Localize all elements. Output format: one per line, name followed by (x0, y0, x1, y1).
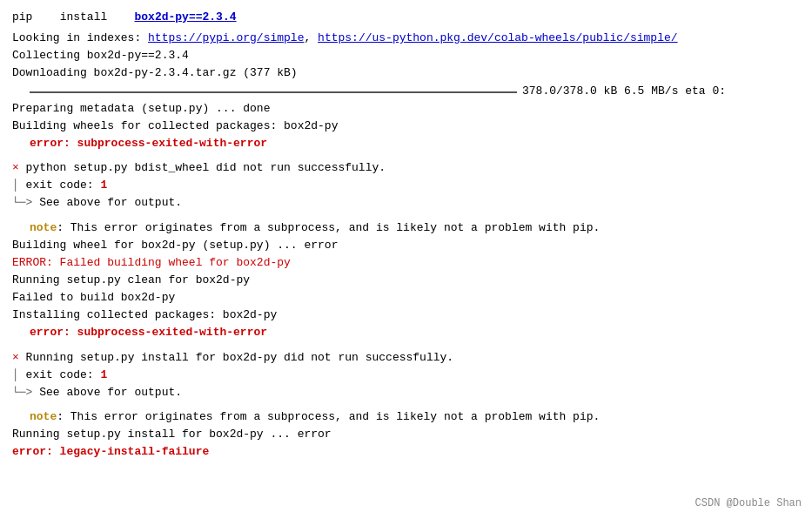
failed-build-line: Failed to build box2d-py (12, 289, 800, 307)
link-colab[interactable]: https://us-python.pkg.dev/colab-wheels/p… (318, 31, 677, 44)
install-label: install (60, 10, 108, 24)
arrow1-line: └─> See above for output. (12, 194, 800, 212)
terminal-output: pip install box2d-py==2.3.4 Looking in i… (0, 0, 812, 519)
preparing-line: Preparing metadata (setup.py) ... done (12, 100, 800, 118)
installing-line: Installing collected packages: box2d-py (12, 307, 800, 324)
downloading-line: Downloading box2d-py-2.3.4.tar.gz (377 k… (12, 64, 800, 82)
arrow2-line: └─> See above for output. (12, 384, 800, 401)
note1-line: note: This error originates from a subpr… (30, 219, 800, 237)
error-legacy-line: error: legacy-install-failure (12, 443, 800, 461)
error2-line: error: subprocess-exited-with-error (30, 324, 800, 341)
watermark: CSDN @Double Shan (695, 495, 802, 512)
progress-bar-line: 378.0/378.0 kB 6.5 MB/s eta 0: (30, 83, 800, 100)
building-wheel-line: Building wheel for box2d-py (setup.py) .… (12, 237, 800, 254)
pip-label: pip (12, 10, 32, 24)
exit2-line: │ exit code: 1 (12, 367, 800, 384)
progress-info: 378.0/378.0 kB 6.5 MB/s eta 0: (522, 83, 726, 100)
x1-line: × python setup.py bdist_wheel did not ru… (12, 159, 800, 177)
exit1-line: │ exit code: 1 (12, 177, 800, 194)
running-install-line: Running setup.py install for box2d-py ..… (12, 426, 800, 443)
progress-bar (30, 91, 517, 93)
error-failed-line: ERROR: Failed building wheel for box2d-p… (12, 254, 800, 272)
running-clean-line: Running setup.py clean for box2d-py (12, 272, 800, 289)
x2-line: × Running setup.py install for box2d-py … (12, 349, 800, 367)
building-wheels-line: Building wheels for collected packages: … (12, 118, 800, 135)
command-line: pip install box2d-py==2.3.4 (12, 9, 800, 26)
collecting-line: Collecting box2d-py==2.3.4 (12, 47, 800, 64)
note2-line: note: This error originates from a subpr… (30, 408, 800, 426)
package-name: box2d-py==2.3.4 (134, 10, 236, 24)
looking-indexes-line: Looking in indexes: https://pypi.org/sim… (12, 30, 800, 47)
link-pypi[interactable]: https://pypi.org/simple (148, 31, 304, 44)
looking-text: Looking in indexes: (12, 31, 148, 44)
error1-line: error: subprocess-exited-with-error (30, 135, 800, 152)
